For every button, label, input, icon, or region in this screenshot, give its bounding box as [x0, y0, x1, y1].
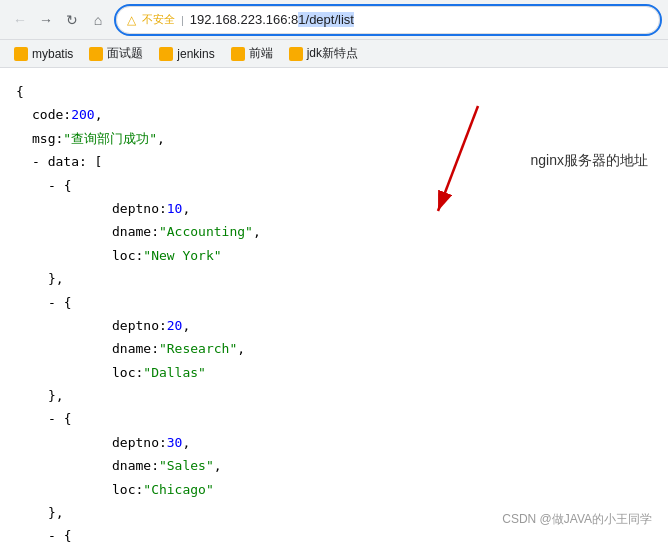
- dept1-deptno: deptno: 10,: [16, 197, 652, 220]
- bookmark-icon: [289, 47, 303, 61]
- watermark-text: CSDN @做JAVA的小王同学: [502, 512, 652, 526]
- url-base: 192.168.223.166:8: [190, 12, 298, 27]
- insecure-label: 不安全: [142, 12, 175, 27]
- dept3-loc: loc: "Chicago": [16, 478, 652, 501]
- bookmark-label: jenkins: [177, 47, 214, 61]
- annotation-text: nginx服务器的地址: [531, 152, 648, 168]
- bookmarks-bar: mybatis 面试题 jenkins 前端 jdk新特点: [0, 40, 668, 68]
- dept2-dname: dname: "Research",: [16, 337, 652, 360]
- dept1-dname: dname: "Accounting",: [16, 220, 652, 243]
- dept2-open: - {: [16, 291, 652, 314]
- separator: |: [181, 14, 184, 26]
- bookmark-icon: [231, 47, 245, 61]
- bookmark-jenkins[interactable]: jenkins: [153, 45, 220, 63]
- browser-toolbar: ← → ↻ ⌂ △ 不安全 | 192.168.223.166:81/dept/…: [0, 0, 668, 40]
- back-button[interactable]: ←: [8, 8, 32, 32]
- address-bar-container: △ 不安全 | 192.168.223.166:81/dept/list: [116, 6, 660, 34]
- dept1-close: },: [16, 267, 652, 290]
- bookmark-icon: [14, 47, 28, 61]
- bookmark-interview[interactable]: 面试题: [83, 43, 149, 64]
- dept3-open: - {: [16, 407, 652, 430]
- bookmark-label: mybatis: [32, 47, 73, 61]
- bookmark-icon: [159, 47, 173, 61]
- home-button[interactable]: ⌂: [86, 8, 110, 32]
- bookmark-label: 前端: [249, 45, 273, 62]
- json-open-brace: {: [16, 80, 652, 103]
- content-area: { code: 200, msg: "查询部门成功", - data: [ - …: [0, 68, 668, 543]
- json-msg-line: msg: "查询部门成功",: [16, 127, 652, 150]
- bookmark-label: jdk新特点: [307, 45, 358, 62]
- dept1-open: - {: [16, 174, 652, 197]
- json-code-line: code: 200,: [16, 103, 652, 126]
- bookmark-label: 面试题: [107, 45, 143, 62]
- nav-buttons: ← → ↻ ⌂: [8, 8, 110, 32]
- bookmark-frontend[interactable]: 前端: [225, 43, 279, 64]
- dept2-loc: loc: "Dallas": [16, 361, 652, 384]
- reload-button[interactable]: ↻: [60, 8, 84, 32]
- watermark: CSDN @做JAVA的小王同学: [502, 509, 652, 531]
- dept3-deptno: deptno: 30,: [16, 431, 652, 454]
- url-text[interactable]: 192.168.223.166:81/dept/list: [190, 12, 649, 27]
- lock-icon: △: [127, 13, 136, 27]
- annotation-area: nginx服务器的地址: [531, 148, 648, 173]
- address-bar[interactable]: △ 不安全 | 192.168.223.166:81/dept/list: [116, 6, 660, 34]
- bookmark-icon: [89, 47, 103, 61]
- dept3-dname: dname: "Sales",: [16, 454, 652, 477]
- url-selected: 1/dept/list: [298, 12, 354, 27]
- bookmark-jdk[interactable]: jdk新特点: [283, 43, 364, 64]
- dept1-loc: loc: "New York": [16, 244, 652, 267]
- bookmark-mybatis[interactable]: mybatis: [8, 45, 79, 63]
- dept2-close: },: [16, 384, 652, 407]
- dept2-deptno: deptno: 20,: [16, 314, 652, 337]
- forward-button[interactable]: →: [34, 8, 58, 32]
